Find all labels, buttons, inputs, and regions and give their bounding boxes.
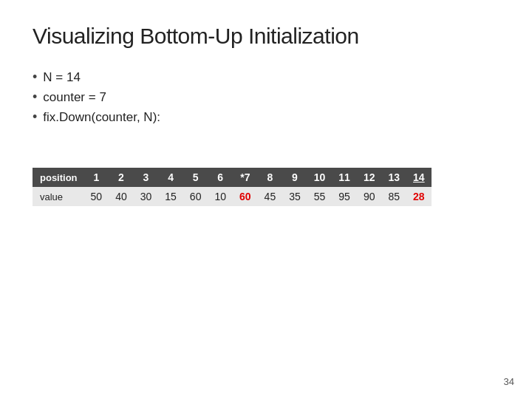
col-value-14: 28 (406, 187, 432, 206)
col-value-13: 85 (381, 187, 406, 206)
page-number: 34 (504, 376, 514, 387)
col-value-8: 45 (258, 187, 283, 206)
col-header-1: 1 (84, 168, 109, 187)
col-value-5: 60 (183, 187, 208, 206)
col-header-2: 2 (109, 168, 134, 187)
col-header-12: 12 (357, 168, 382, 187)
col-header-3: 3 (134, 168, 159, 187)
table-value-row: value 50 40 30 15 60 10 60 45 35 55 95 9… (33, 187, 432, 206)
data-table-section: position 1 2 3 4 5 6 *7 8 9 10 11 12 13 … (33, 168, 499, 206)
data-table: position 1 2 3 4 5 6 *7 8 9 10 11 12 13 … (33, 168, 432, 206)
col-value-3: 30 (134, 187, 159, 206)
slide-title: Visualizing Bottom-Up Initialization (33, 24, 499, 49)
col-header-13: 13 (381, 168, 406, 187)
col-value-6: 10 (208, 187, 233, 206)
slide: Visualizing Bottom-Up Initialization N =… (0, 0, 532, 399)
col-value-label: value (33, 187, 84, 206)
col-value-7: 60 (233, 187, 258, 206)
col-header-10: 10 (307, 168, 332, 187)
col-value-1: 50 (84, 187, 109, 206)
col-value-4: 15 (158, 187, 183, 206)
col-header-14: 14 (406, 168, 432, 187)
bullet-item-3: fix.Down(counter, N): (33, 109, 499, 125)
col-value-12: 90 (357, 187, 382, 206)
col-value-10: 55 (307, 187, 332, 206)
col-value-11: 95 (332, 187, 357, 206)
col-header-5: 5 (183, 168, 208, 187)
col-value-2: 40 (109, 187, 134, 206)
col-header-4: 4 (158, 168, 183, 187)
bullet-item-2: counter = 7 (33, 89, 499, 105)
col-header-9: 9 (282, 168, 307, 187)
bullet-list: N = 14 counter = 7 fix.Down(counter, N): (33, 69, 499, 129)
col-header-11: 11 (332, 168, 357, 187)
col-header-label: position (33, 168, 84, 187)
table-header-row: position 1 2 3 4 5 6 *7 8 9 10 11 12 13 … (33, 168, 432, 187)
col-value-9: 35 (282, 187, 307, 206)
col-header-7: *7 (233, 168, 258, 187)
col-header-6: 6 (208, 168, 233, 187)
col-header-8: 8 (258, 168, 283, 187)
bullet-item-1: N = 14 (33, 69, 499, 85)
